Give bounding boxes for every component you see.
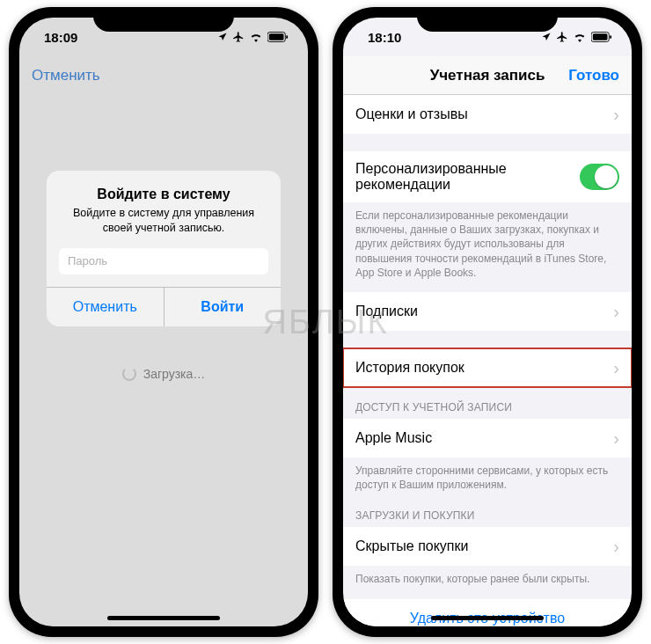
dialog-message: Войдите в систему для управления своей у… (59, 206, 268, 236)
hidden-purchases-row[interactable]: Скрытые покупки › (343, 527, 632, 566)
notch (93, 7, 234, 32)
password-input[interactable] (59, 248, 268, 274)
apple-music-footer: Управляйте сторонними сервисами, у котор… (343, 457, 632, 504)
purchase-history-row[interactable]: История покупок › (343, 348, 632, 387)
notch (417, 7, 558, 32)
account-access-header: ДОСТУП К УЧЕТНОЙ ЗАПИСИ (343, 387, 632, 419)
loading-row: Загрузка… (122, 367, 206, 381)
personalized-recommendations-row[interactable]: Персонализированные рекомендации (343, 151, 632, 202)
chevron-right-icon: › (613, 538, 619, 555)
screen-left: 18:09 Отменить Войдите в систему Войдите… (19, 18, 308, 626)
hidden-footer: Показать покупки, которые ранее были скр… (343, 566, 632, 598)
settings-list[interactable]: Оценки и отзывы › Персонализированные ре… (343, 95, 632, 626)
dialog-cancel-button[interactable]: Отменить (47, 288, 165, 326)
subscriptions-row[interactable]: Подписки › (343, 292, 632, 331)
airplane-icon (556, 31, 568, 43)
done-button[interactable]: Готово (568, 67, 619, 84)
personalized-footer: Если персонализированные рекомендации вк… (343, 202, 632, 292)
chevron-right-icon: › (613, 106, 619, 123)
remove-device-button[interactable]: Удалить это устройство (343, 599, 632, 627)
downloads-header: ЗАГРУЗКИ И ПОКУПКИ (343, 504, 632, 527)
phone-left: 18:09 Отменить Войдите в систему Войдите… (9, 7, 318, 637)
location-icon (541, 32, 552, 42)
personalized-toggle[interactable] (580, 164, 619, 190)
spinner-icon (122, 367, 136, 381)
battery-icon (267, 32, 289, 42)
status-time: 18:09 (44, 30, 77, 45)
nav-bar: Отменить (19, 56, 308, 95)
status-time: 18:10 (368, 30, 401, 45)
cell-label: История покупок (355, 360, 464, 376)
location-icon (217, 32, 228, 42)
status-icons (217, 31, 289, 43)
home-indicator (431, 616, 544, 620)
cell-label: Персонализированные рекомендации (355, 161, 580, 193)
svg-rect-1 (269, 33, 284, 40)
dialog-signin-button[interactable]: Войти (165, 288, 282, 326)
cell-label: Подписки (355, 304, 418, 319)
chevron-right-icon: › (613, 429, 619, 447)
chevron-right-icon: › (613, 303, 619, 320)
cell-label: Скрытые покупки (355, 538, 468, 554)
dialog-backdrop: Войдите в систему Войдите в систему для … (19, 95, 308, 626)
cancel-button[interactable]: Отменить (32, 67, 100, 84)
nav-bar: Учетная запись Готово (343, 56, 632, 95)
chevron-right-icon: › (613, 359, 619, 377)
apple-music-row[interactable]: Apple Music › (343, 419, 632, 457)
cell-label: Apple Music (355, 430, 432, 446)
phone-right: 18:10 Учетная запись Готово Оценки и отз… (333, 7, 642, 637)
svg-rect-5 (610, 35, 611, 39)
status-icons (541, 31, 612, 43)
signin-dialog: Войдите в систему Войдите в систему для … (47, 171, 281, 326)
home-indicator (107, 616, 220, 620)
airplane-icon (232, 31, 245, 43)
svg-rect-2 (286, 35, 288, 39)
ratings-reviews-row[interactable]: Оценки и отзывы › (343, 95, 632, 134)
wifi-icon (573, 32, 587, 42)
svg-rect-4 (593, 33, 608, 40)
cell-label: Оценки и отзывы (355, 106, 468, 122)
wifi-icon (249, 32, 263, 42)
loading-label: Загрузка… (143, 367, 206, 381)
screen-right: 18:10 Учетная запись Готово Оценки и отз… (343, 18, 632, 626)
dialog-title: Войдите в систему (59, 187, 268, 202)
battery-icon (591, 32, 612, 42)
